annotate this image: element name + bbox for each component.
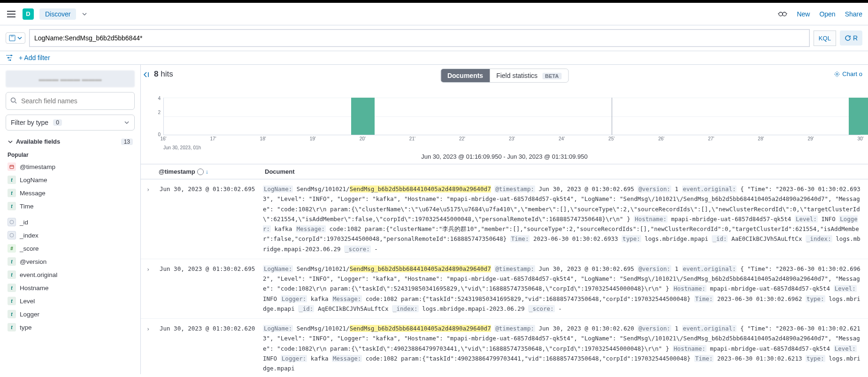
chevron-down-icon	[124, 120, 130, 125]
filter-bar: + Add filter	[0, 51, 868, 65]
inspect-icon[interactable]	[778, 9, 787, 19]
chevron-down-icon	[8, 139, 13, 145]
refresh-label: R	[853, 34, 858, 42]
result-row: ›Jun 30, 2023 @ 01:30:02.695LogName: Sen…	[141, 179, 868, 259]
field-item[interactable]: #_score	[6, 242, 135, 255]
chevron-down-icon	[17, 36, 22, 40]
filter-by-type-button[interactable]: Filter by type 0	[6, 115, 135, 131]
disk-icon	[9, 35, 15, 41]
results-pane: 8 hits Documents Field statistics BETA C…	[141, 65, 868, 374]
chart-options-button[interactable]: Chart o	[834, 70, 862, 77]
filter-menu-icon[interactable]	[6, 54, 13, 62]
text-field-icon: t	[8, 310, 16, 318]
share-button[interactable]: Share	[845, 10, 862, 18]
svg-point-0	[779, 12, 783, 16]
available-fields-header[interactable]: Available fields 13	[6, 135, 135, 148]
field-name: _index	[20, 232, 38, 239]
column-timestamp[interactable]: @timestamp ↓	[159, 168, 257, 175]
field-item[interactable]: tHostname	[6, 281, 135, 294]
text-field-icon: t	[8, 189, 16, 197]
text-field-icon: t	[8, 323, 16, 331]
filter-by-type-count: 0	[53, 119, 62, 126]
field-item[interactable]: _id	[6, 215, 135, 229]
app-switch-chevron-icon[interactable]	[82, 11, 87, 17]
field-item[interactable]: tevent.original	[6, 268, 135, 281]
expand-row-button[interactable]: ›	[146, 264, 155, 314]
text-field-icon: t	[8, 176, 16, 184]
app-logo[interactable]: D	[23, 8, 34, 20]
refresh-button[interactable]: R	[840, 31, 862, 46]
svg-point-4	[11, 55, 12, 56]
field-name: Level	[20, 298, 35, 305]
tab-documents[interactable]: Documents	[441, 69, 490, 82]
kql-query-input[interactable]	[29, 29, 810, 47]
search-icon	[10, 97, 17, 104]
id-field-icon	[8, 218, 16, 226]
field-name: event.original	[20, 271, 57, 278]
date-field-icon	[8, 162, 16, 171]
field-name: type	[20, 324, 32, 331]
refresh-icon	[845, 35, 851, 41]
text-field-icon: t	[8, 284, 16, 292]
histogram-bar[interactable]	[351, 98, 375, 135]
number-field-icon: #	[8, 244, 16, 253]
field-item[interactable]: tLogName	[6, 173, 135, 186]
result-row: ›Jun 30, 2023 @ 01:30:02.620LogName: Sen…	[141, 319, 868, 374]
svg-point-5	[8, 57, 9, 59]
field-name: LogName	[20, 177, 47, 184]
add-filter-button[interactable]: + Add filter	[19, 54, 50, 62]
time-histogram[interactable]: 420 16'17'18'19'20'21'22'23'24'25'26'27'…	[154, 98, 860, 145]
field-item[interactable]: @timestamp	[6, 160, 135, 173]
open-button[interactable]: Open	[819, 10, 835, 18]
field-item[interactable]: tTime	[6, 200, 135, 213]
field-name: Message	[20, 190, 46, 197]
gear-icon	[834, 71, 840, 77]
tab-field-statistics[interactable]: Field statistics BETA	[490, 69, 568, 82]
svg-point-10	[10, 233, 14, 237]
available-fields-count: 13	[121, 138, 133, 145]
saved-query-button[interactable]	[6, 32, 25, 44]
histogram-y-axis: 420	[154, 98, 161, 135]
index-pattern-selector[interactable]: ▬▬▬ ▬▬▬ ▬▬▬	[6, 70, 135, 87]
expand-row-button[interactable]: ›	[146, 323, 155, 373]
time-range-label: Jun 30, 2023 @ 01:16:09.950 - Jun 30, 20…	[141, 153, 868, 160]
field-name: _id	[20, 219, 28, 226]
svg-rect-8	[10, 165, 14, 169]
svg-point-7	[11, 98, 15, 102]
field-item[interactable]: _index	[6, 229, 135, 242]
field-name: @timestamp	[20, 163, 55, 170]
histogram-x-axis: 16'17'18'19'20'21'22'23'24'25'26'27'28'2…	[163, 135, 860, 145]
fields-sidebar: ▬▬▬ ▬▬▬ ▬▬▬ Filter by type 0 Available f…	[0, 65, 141, 374]
field-name: _score	[20, 245, 39, 252]
field-name: Hostname	[20, 285, 49, 292]
field-item[interactable]: t@version	[6, 255, 135, 268]
header-bar: D Discover New Open Share	[0, 3, 868, 25]
query-bar: KQL R	[0, 25, 868, 51]
svg-rect-3	[11, 35, 14, 37]
query-language-button[interactable]: KQL	[814, 31, 836, 46]
column-document[interactable]: Document	[265, 168, 295, 175]
available-fields-label: Available fields	[16, 138, 60, 145]
app-name-pill[interactable]: Discover	[39, 8, 76, 20]
field-item[interactable]: tLevel	[6, 294, 135, 308]
field-search-input[interactable]	[6, 92, 135, 110]
collapse-sidebar-button[interactable]	[143, 71, 149, 78]
row-timestamp: Jun 30, 2023 @ 01:30:02.695	[160, 184, 258, 254]
row-document: LogName: SendMsg/101021/SendMsg_b6b2d5bb…	[263, 264, 860, 314]
expand-row-button[interactable]: ›	[146, 184, 155, 254]
text-field-icon: t	[8, 297, 16, 305]
filter-by-type-label: Filter by type	[11, 119, 48, 126]
svg-point-6	[10, 60, 11, 61]
view-tabs: Documents Field statistics BETA	[440, 69, 568, 83]
field-item[interactable]: tMessage	[6, 186, 135, 200]
svg-point-1	[783, 12, 786, 16]
histogram-bar[interactable]	[849, 98, 868, 135]
new-button[interactable]: New	[797, 10, 810, 18]
field-item[interactable]: ttype	[6, 321, 135, 334]
field-item[interactable]: tLogger	[6, 308, 135, 321]
menu-toggle-button[interactable]	[6, 8, 17, 20]
field-name: Logger	[20, 311, 39, 318]
beta-badge: BETA	[542, 73, 561, 79]
field-name: Time	[20, 203, 34, 210]
sort-descending-icon[interactable]: ↓	[206, 169, 208, 175]
